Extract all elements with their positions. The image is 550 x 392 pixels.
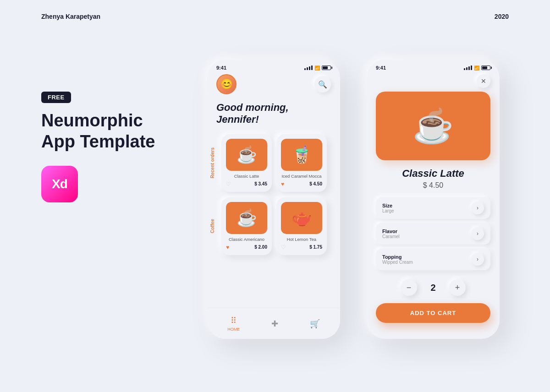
status-icons-2: 📶 <box>464 65 490 71</box>
product-image-latte: ☕ <box>226 139 267 171</box>
option-flavor-value: Caramel <box>382 234 400 239</box>
like-icon-tea[interactable]: ♡ <box>281 244 286 250</box>
product-image-tea: 🫖 <box>281 202 322 234</box>
product-name-americano: Classic Americano <box>226 237 267 242</box>
product-card-latte[interactable]: ☕ Classic Latte ♡ $ 3.45 <box>221 134 272 192</box>
product-name-tea: Hot Lemon Tea <box>281 237 322 242</box>
product-card-iced[interactable]: 🧋 Iced Caramel Mocca ♥ $ 4.50 <box>276 134 327 192</box>
signal-icon <box>304 65 313 70</box>
option-flavor-label: Flavor <box>382 229 400 234</box>
battery-icon <box>322 65 331 70</box>
option-size-arrow[interactable]: › <box>471 201 484 214</box>
main-title: Neumorphic App Template <box>41 110 155 152</box>
time-display-2: 9:41 <box>376 65 386 71</box>
increase-button[interactable]: + <box>449 279 466 296</box>
nav-cart[interactable]: 🛒 <box>310 319 320 329</box>
product-detail-price: $ 4.50 <box>367 181 500 190</box>
product-image-americano: ☕ <box>226 202 267 234</box>
product-footer-tea: ♡ $ 1.75 <box>281 244 322 250</box>
quantity-row: − 2 + <box>367 279 500 296</box>
phone-detail-screen: 9:41 📶 ✕ ☕ Classic Latte $ 4.50 Size Lar… <box>367 60 500 339</box>
add-to-cart-button[interactable]: ADD TO CART <box>376 303 490 323</box>
signal-icon-2 <box>464 65 472 70</box>
cart-icon: 🛒 <box>310 319 320 329</box>
status-bar-1: 9:41 📶 <box>207 60 340 72</box>
greeting-text: Good morning,Jennifer! <box>207 98 340 132</box>
xd-icon: Xd <box>41 166 78 202</box>
like-icon-iced[interactable]: ♥ <box>281 181 284 187</box>
left-panel: FREE Neumorphic App Template Xd <box>41 92 155 202</box>
category-coffee: Coffee ☕ Classic Americano ♥ $ 2.00 🫖 Ho… <box>207 196 340 257</box>
option-size[interactable]: Size Large › <box>376 197 490 219</box>
wifi-icon: 📶 <box>314 65 320 71</box>
product-name-iced: Iced Caramel Mocca <box>281 174 322 179</box>
wifi-icon-2: 📶 <box>474 65 479 71</box>
product-footer-iced: ♥ $ 4.50 <box>281 181 322 187</box>
nav-home-label: HOME <box>227 327 240 332</box>
product-name-latte: Classic Latte <box>226 174 267 179</box>
product-card-tea[interactable]: 🫖 Hot Lemon Tea ♡ $ 1.75 <box>276 197 327 255</box>
status-bar-2: 9:41 📶 <box>367 60 500 72</box>
price-iced: $ 4.50 <box>309 181 322 186</box>
quantity-value: 2 <box>426 283 440 293</box>
option-topping-label: Topping <box>382 254 413 260</box>
options-list: Size Large › Flavor Caramel › Topping Wi… <box>367 197 500 270</box>
battery-icon-2 <box>481 65 490 70</box>
product-card-americano[interactable]: ☕ Classic Americano ♥ $ 2.00 <box>221 197 272 255</box>
coffee-cards: ☕ Classic Americano ♥ $ 2.00 🫖 Hot Lemon… <box>221 196 340 257</box>
option-size-info: Size Large <box>382 203 394 213</box>
like-icon-latte[interactable]: ♡ <box>226 181 231 187</box>
option-size-label: Size <box>382 203 394 208</box>
time-display-1: 9:41 <box>216 65 226 71</box>
avatar: 😊 <box>216 74 236 94</box>
category-label-recent: Recent orders <box>207 144 221 182</box>
price-tea: $ 1.75 <box>309 245 322 250</box>
phone1-header: 😊 🔍 <box>207 72 340 98</box>
option-size-value: Large <box>382 208 394 213</box>
category-label-coffee: Coffee <box>207 215 221 237</box>
product-image-iced: 🧋 <box>281 139 322 171</box>
phone-home-screen: 9:41 📶 😊 🔍 Good morning,Jennifer! Recent… <box>207 60 340 339</box>
option-flavor-info: Flavor Caramel <box>382 229 400 239</box>
add-icon: ✚ <box>271 319 278 329</box>
free-badge: FREE <box>41 92 71 103</box>
decrease-button[interactable]: − <box>401 279 417 296</box>
close-button[interactable]: ✕ <box>477 74 490 88</box>
product-footer-latte: ♡ $ 3.45 <box>226 181 267 187</box>
bottom-navigation: ⠿ HOME ✚ 🛒 <box>207 308 340 339</box>
option-topping-value: Wipped Cream <box>382 260 413 265</box>
price-latte: $ 3.45 <box>254 181 267 186</box>
product-footer-americano: ♥ $ 2.00 <box>226 244 267 250</box>
nav-home[interactable]: ⠿ HOME <box>227 316 240 332</box>
option-topping[interactable]: Topping Wipped Cream › <box>376 248 490 270</box>
year-label: 2020 <box>495 13 509 20</box>
option-topping-info: Topping Wipped Cream <box>382 254 413 265</box>
price-americano: $ 2.00 <box>254 245 267 250</box>
product-hero-image: ☕ <box>376 92 490 160</box>
option-flavor-arrow[interactable]: › <box>471 227 484 240</box>
phone2-header: ✕ <box>367 72 500 92</box>
search-button[interactable]: 🔍 <box>314 76 331 93</box>
option-flavor[interactable]: Flavor Caramel › <box>376 223 490 245</box>
like-icon-americano[interactable]: ♥ <box>226 244 229 250</box>
author-label: Zhenya Karapetyan <box>41 13 100 20</box>
nav-add[interactable]: ✚ <box>271 319 278 329</box>
recent-orders-cards: ☕ Classic Latte ♡ $ 3.45 🧋 Iced Caramel … <box>221 132 340 194</box>
option-topping-arrow[interactable]: › <box>471 253 484 266</box>
product-detail-name: Classic Latte <box>367 168 500 180</box>
home-icon: ⠿ <box>231 316 236 326</box>
category-recent-orders: Recent orders ☕ Classic Latte ♡ $ 3.45 🧋… <box>207 132 340 194</box>
status-icons-1: 📶 <box>304 65 331 71</box>
